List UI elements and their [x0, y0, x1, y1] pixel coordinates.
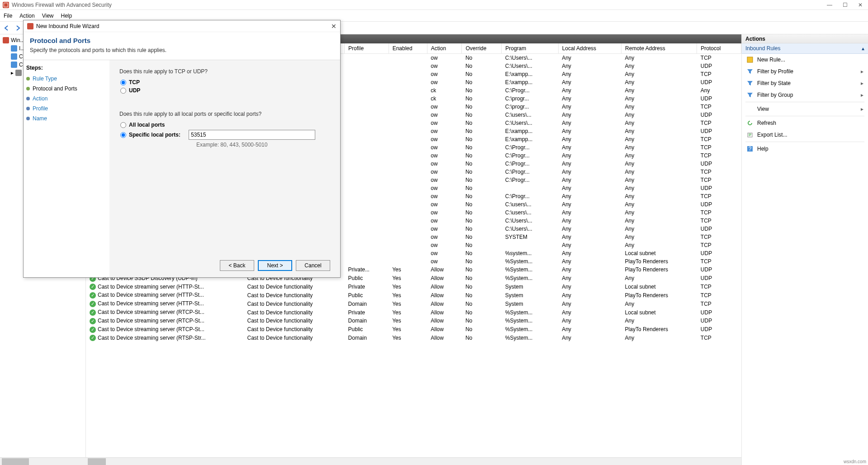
rule-enabled-icon: ✓ [90, 335, 96, 341]
label-udp: UDP [129, 87, 140, 94]
steps-label: Steps: [25, 65, 109, 71]
next-button[interactable]: Next > [258, 260, 292, 271]
monitoring-icon [15, 70, 22, 76]
action-help[interactable]: ?Help [742, 143, 868, 155]
rule-enabled-icon: ✓ [90, 292, 96, 299]
table-row[interactable]: ✓Cast to Device streaming server (RTSP-S… [86, 334, 741, 342]
table-row[interactable]: ✓Cast to Device streaming server (HTTP-S… [86, 291, 741, 299]
radio-all-ports-row[interactable]: All local ports [120, 122, 330, 128]
label-all-ports: All local ports [129, 122, 165, 128]
action-filter-by-profile[interactable]: Filter by Profile▸ [742, 66, 868, 77]
step-link[interactable]: Profile [33, 105, 48, 112]
column-header[interactable]: Override [462, 43, 502, 54]
action-label: Filter by Group [757, 92, 793, 98]
actions-pane: Actions Inbound Rules ▴ New Rule...Filte… [741, 34, 868, 465]
step-bullet-icon [26, 107, 30, 110]
radio-udp[interactable] [120, 88, 126, 94]
dialog-heading: Protocol and Ports [30, 37, 334, 44]
action-export-list-[interactable]: Export List... [742, 129, 868, 141]
dialog-subheading: Specify the protocols and ports to which… [30, 47, 334, 53]
dialog-close-icon[interactable]: ✕ [331, 23, 337, 30]
back-button[interactable]: < Back [220, 260, 254, 271]
step-bullet-icon [26, 87, 30, 90]
column-header[interactable]: Program [502, 43, 558, 54]
radio-tcp[interactable] [120, 80, 126, 85]
column-header[interactable]: Action [427, 43, 462, 54]
wizard-step-rule-type[interactable]: Rule Type [25, 74, 109, 84]
rule-enabled-icon: ✓ [90, 327, 96, 333]
dialog-titlebar: New Inbound Rule Wizard ✕ [24, 20, 340, 32]
radio-udp-row[interactable]: UDP [120, 87, 330, 94]
action-label: Export List... [757, 132, 787, 138]
actions-subtitle[interactable]: Inbound Rules ▴ [742, 43, 868, 54]
column-header[interactable]: Remote Address [621, 43, 697, 54]
table-row[interactable]: ✓Cast to Device streaming server (HTTP-S… [86, 283, 741, 291]
label-specific-ports: Specific local ports: [129, 132, 180, 138]
chevron-right-icon: ▸ [861, 92, 863, 98]
step-link[interactable]: Action [33, 95, 47, 102]
window-title: Windows Firewall with Advanced Security [12, 2, 112, 8]
action-label: Filter by Profile [757, 68, 793, 75]
wizard-step-action[interactable]: Action [25, 94, 109, 104]
step-link[interactable]: Name [33, 115, 47, 122]
table-row[interactable]: ✓Cast to Device streaming server (RTCP-S… [86, 308, 741, 317]
cancel-button[interactable]: Cancel [296, 260, 330, 271]
radio-tcp-row[interactable]: TCP [120, 79, 330, 85]
port-input[interactable] [189, 130, 315, 140]
back-icon[interactable] [3, 24, 11, 32]
radio-all-ports[interactable] [120, 122, 126, 128]
menu-action[interactable]: Action [19, 13, 34, 19]
step-link[interactable]: Protocol and Ports [33, 85, 77, 92]
help-icon: ? [746, 145, 754, 152]
action-view[interactable]: View▸ [742, 103, 868, 115]
rule-enabled-icon: ✓ [90, 301, 96, 307]
action-new-rule-[interactable]: New Rule... [742, 54, 868, 66]
wizard-step-profile[interactable]: Profile [25, 104, 109, 114]
wizard-steps: Steps: Rule TypeProtocol and PortsAction… [24, 60, 109, 277]
radio-specific-ports[interactable] [120, 132, 126, 138]
action-label: New Rule... [757, 57, 785, 63]
chevron-right-icon: ▸ [861, 106, 863, 112]
wizard-step-name[interactable]: Name [25, 114, 109, 123]
firewall-icon [3, 37, 9, 43]
radio-specific-ports-row[interactable]: Specific local ports: [120, 130, 330, 140]
table-row[interactable]: ✓Cast to Device streaming server (RTCP-S… [86, 317, 741, 325]
step-bullet-icon [26, 117, 30, 120]
titlebar: Windows Firewall with Advanced Security … [0, 0, 868, 10]
action-label: View [757, 106, 769, 112]
filter-icon [746, 68, 754, 75]
firewall-icon [27, 23, 33, 29]
actions-title: Actions [742, 34, 868, 43]
close-button[interactable]: ✕ [853, 0, 868, 10]
watermark: wsxdn.com [844, 459, 866, 464]
step-link[interactable]: Rule Type [33, 76, 57, 82]
menu-file[interactable]: File [4, 13, 12, 19]
action-refresh[interactable]: Refresh [742, 117, 868, 129]
action-filter-by-state[interactable]: Filter by State▸ [742, 77, 868, 89]
separator [745, 142, 864, 142]
table-row[interactable]: ✓Cast to Device streaming server (HTTP-S… [86, 299, 741, 308]
filter-icon [746, 80, 754, 87]
firewall-icon [3, 2, 9, 8]
blank-icon [746, 105, 754, 113]
table-row[interactable]: ✓Cast to Device streaming server (RTCP-S… [86, 325, 741, 334]
maximize-button[interactable]: ☐ [837, 0, 853, 10]
menu-help[interactable]: Help [61, 13, 72, 19]
column-header[interactable]: Protocol [697, 43, 741, 54]
collapse-icon[interactable]: ▴ [862, 45, 864, 52]
action-filter-by-group[interactable]: Filter by Group▸ [742, 89, 868, 101]
tree-scrollbar[interactable] [0, 457, 86, 465]
column-header[interactable]: Local Address [558, 43, 621, 54]
chevron-right-icon: ▸ [861, 68, 863, 75]
horizontal-scrollbar[interactable] [86, 457, 741, 465]
column-header[interactable]: Profile [345, 43, 389, 54]
wizard-step-protocol-and-ports[interactable]: Protocol and Ports [25, 84, 109, 94]
export-icon [746, 131, 754, 138]
question-protocol: Does this rule apply to TCP or UDP? [119, 68, 330, 75]
column-header[interactable]: Enabled [389, 43, 427, 54]
minimize-button[interactable]: — [822, 0, 837, 10]
filter-icon [746, 91, 754, 99]
refresh-icon [746, 119, 754, 127]
menu-view[interactable]: View [42, 13, 54, 19]
forward-icon[interactable] [14, 24, 22, 32]
